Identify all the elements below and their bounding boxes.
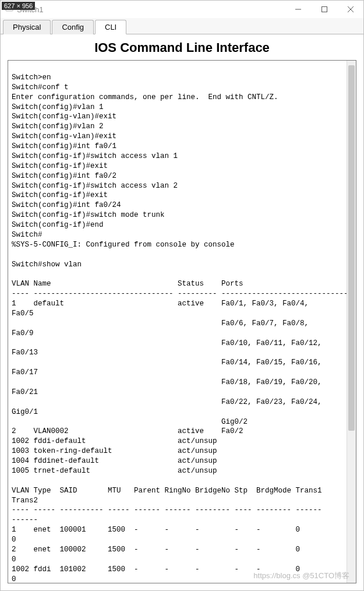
maximize-button[interactable]	[311, 1, 337, 18]
tab-cli[interactable]: CLI	[95, 20, 126, 34]
scroll-thumb[interactable]	[348, 65, 355, 431]
terminal-output[interactable]: Switch>en Switch#conf t Enter configurat…	[8, 61, 347, 583]
terminal-container: Switch>en Switch#conf t Enter configurat…	[8, 60, 356, 583]
dimension-badge: 627 × 956	[2, 2, 35, 10]
page-heading: IOS Command Line Interface	[1, 34, 363, 60]
tab-config[interactable]: Config	[52, 20, 94, 34]
minimize-icon	[295, 6, 301, 12]
svg-rect-2	[321, 7, 327, 12]
scrollbar[interactable]	[347, 61, 356, 583]
close-button[interactable]	[337, 1, 363, 18]
titlebar: Switch1	[1, 1, 363, 18]
tab-physical[interactable]: Physical	[3, 20, 51, 34]
watermark: https://blog.cs @51CTO博客	[253, 571, 349, 581]
maximize-icon	[321, 6, 327, 12]
close-icon	[348, 6, 354, 12]
app-window: 627 × 956 Switch1 PhysicalConfigCLI IOS …	[0, 0, 364, 591]
window-controls	[285, 1, 363, 18]
tab-bar: PhysicalConfigCLI	[1, 18, 363, 34]
minimize-button[interactable]	[285, 1, 311, 18]
